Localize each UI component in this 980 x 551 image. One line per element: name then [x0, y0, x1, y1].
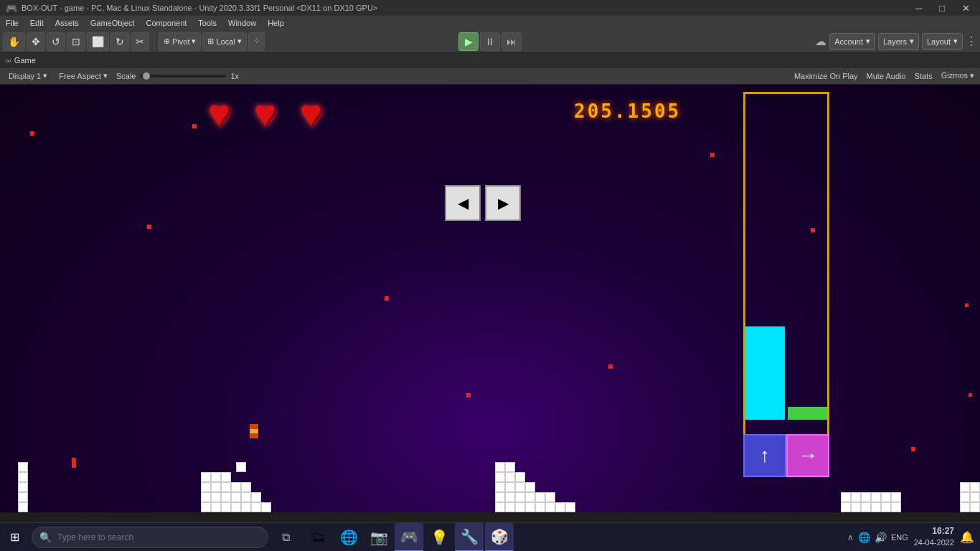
minimize-button[interactable]: ─ — [911, 1, 926, 15]
menu-edit[interactable]: Edit — [24, 17, 50, 29]
extra-btn[interactable]: ⁘ — [248, 32, 265, 51]
mute-audio-btn[interactable]: Mute Audio — [867, 72, 906, 80]
menu-component[interactable]: Component — [140, 17, 192, 29]
block — [18, 492, 28, 502]
ground-blocks-right-col — [841, 492, 901, 512]
play-button[interactable]: ▶ — [458, 32, 479, 51]
block — [495, 492, 505, 502]
windows-icon: ⊞ — [10, 530, 19, 544]
block — [555, 502, 565, 512]
game-options-bar: Display 1 ▾ Free Aspect ▾ Scale 1x Maxim… — [0, 67, 980, 85]
block — [221, 482, 231, 492]
network-icon[interactable]: 🌐 — [858, 532, 870, 543]
rect-tool[interactable]: ⬜ — [87, 32, 109, 51]
aspect-dropdown[interactable]: Free Aspect ▾ — [56, 70, 110, 81]
taskbar-game2[interactable]: 🎲 — [485, 523, 514, 552]
game-tab-label[interactable]: Game — [14, 56, 36, 65]
language-indicator[interactable]: ENG — [891, 533, 908, 542]
block — [18, 462, 28, 472]
scale-tool[interactable]: ⊡ — [67, 32, 85, 51]
notification-button[interactable]: 🔔 — [960, 530, 974, 544]
taskbar-unity[interactable]: 🔧 — [455, 523, 484, 552]
tray-expand[interactable]: ∧ — [847, 532, 854, 542]
pivot-btn[interactable]: ⊕ Pivot ▾ — [159, 32, 201, 51]
taskbar-explorer[interactable]: 🗂 — [304, 523, 333, 552]
block — [891, 502, 901, 512]
col-up-arrow-button[interactable]: ↑ — [743, 434, 786, 477]
game2-icon: 🎲 — [491, 528, 509, 545]
scale-track[interactable] — [140, 75, 226, 77]
collab-icon: ☁ — [815, 34, 826, 48]
close-button[interactable]: ✕ — [958, 1, 974, 15]
display-label: Display 1 — [9, 72, 41, 80]
block — [891, 492, 901, 502]
custom-tool[interactable]: ✂ — [131, 32, 149, 51]
pivot-icon: ⊕ — [164, 37, 170, 46]
taskbar-game1[interactable]: 🎮 — [395, 523, 423, 552]
clock-date: 24-04-2022 — [914, 537, 954, 548]
taskbar-app1[interactable]: 💡 — [425, 523, 453, 552]
clock-display[interactable]: 16:27 24-04-2022 — [914, 525, 954, 548]
search-input[interactable] — [57, 532, 260, 542]
rotate-tool[interactable]: ↺ — [47, 32, 65, 51]
explorer-icon: 🗂 — [311, 529, 326, 545]
block — [211, 472, 221, 482]
local-btn[interactable]: ⊞ Local ▾ — [202, 32, 246, 51]
step-button[interactable]: ⏭ — [501, 32, 522, 51]
menu-window[interactable]: Window — [222, 17, 262, 29]
hand-tool[interactable]: ✋ — [3, 32, 25, 51]
transform-tool[interactable]: ↻ — [110, 32, 129, 51]
titlebar-controls: ─ □ ✕ — [911, 1, 974, 15]
stats-btn[interactable]: Stats — [915, 72, 933, 80]
block — [861, 502, 871, 512]
block — [515, 502, 525, 512]
pause-button[interactable]: ⏸ — [480, 32, 500, 51]
block — [851, 492, 861, 502]
menu-gameobject[interactable]: GameObject — [85, 17, 141, 29]
block — [221, 472, 231, 482]
scatter-red-9 — [969, 393, 972, 397]
block — [18, 482, 28, 492]
block — [241, 502, 251, 512]
hearts-display — [208, 92, 340, 128]
volume-icon[interactable]: 🔊 — [875, 532, 887, 543]
menu-file[interactable]: File — [0, 17, 24, 29]
arrow-left-button[interactable]: ◀ — [445, 185, 481, 221]
scatter-red-10 — [466, 393, 471, 397]
search-bar[interactable]: 🔍 — [32, 527, 268, 548]
scale-label: Scale — [116, 72, 136, 80]
account-chevron: ▾ — [866, 37, 870, 46]
scatter-red-3 — [710, 153, 715, 157]
gizmos-btn[interactable]: Gizmos ▾ — [941, 71, 974, 80]
custom-icon: ✂ — [136, 36, 144, 47]
start-button[interactable]: ⊞ — [0, 523, 29, 552]
three-dots[interactable]: ⋮ — [966, 34, 977, 48]
layout-dropdown[interactable]: Layout ▾ — [922, 33, 963, 50]
taskbar-right: ∧ 🌐 🔊 ENG 16:27 24-04-2022 🔔 — [847, 525, 980, 548]
game-background — [0, 85, 980, 512]
aspect-label: Free Aspect — [59, 72, 101, 80]
scatter-red-7 — [965, 303, 969, 307]
display-dropdown[interactable]: Display 1 ▾ — [6, 70, 50, 81]
account-dropdown[interactable]: Account ▾ — [829, 33, 875, 50]
menu-assets[interactable]: Assets — [50, 17, 85, 29]
green-bar — [788, 407, 827, 420]
arrow-right-button[interactable]: ▶ — [485, 185, 521, 221]
nav-arrow-buttons: ◀ ▶ — [445, 185, 521, 221]
move-tool[interactable]: ✥ — [27, 32, 45, 51]
play-controls: ▶ ⏸ ⏭ — [458, 32, 522, 51]
maximize-on-play-btn[interactable]: Maximize On Play — [794, 72, 858, 80]
block — [211, 482, 221, 492]
score-value: 205.1505 — [574, 100, 681, 122]
block — [505, 492, 515, 502]
maximize-button[interactable]: □ — [935, 1, 949, 15]
menu-help[interactable]: Help — [262, 17, 290, 29]
block — [970, 492, 980, 502]
taskbar-camera[interactable]: 📷 — [364, 523, 393, 552]
col-right-arrow-button[interactable]: → — [786, 434, 829, 477]
menu-tools[interactable]: Tools — [192, 17, 222, 29]
taskview-button[interactable]: ⧉ — [271, 523, 300, 552]
layers-dropdown[interactable]: Layers ▾ — [878, 33, 919, 50]
scale-thumb[interactable] — [143, 72, 150, 80]
taskbar-browser[interactable]: 🌐 — [334, 523, 363, 552]
